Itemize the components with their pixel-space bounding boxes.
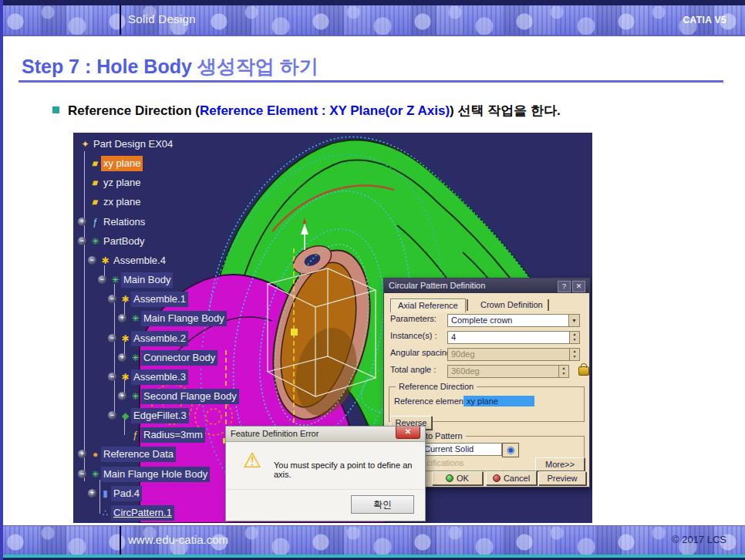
header-bar: Solid Design CATIA V5 bbox=[0, 5, 745, 36]
dialog-titlebar[interactable]: Circular Pattern Definition ? ✕ bbox=[384, 278, 589, 293]
tree-item-label: Assemble.3 bbox=[131, 369, 188, 385]
tree-item-partbody[interactable]: −✳PartBody bbox=[89, 234, 147, 249]
parameters-label: Parameters: bbox=[390, 314, 437, 323]
part-icon: ✦ bbox=[79, 137, 91, 152]
close-icon[interactable]: ✕ bbox=[572, 281, 585, 292]
collapse-icon[interactable]: − bbox=[108, 373, 116, 381]
tree-item-part-design-ex04[interactable]: ✦Part Design EX04 bbox=[79, 137, 175, 152]
tree-item-reference-data[interactable]: +●Reference Data bbox=[89, 447, 176, 462]
assemble-icon: ✱ bbox=[120, 292, 131, 307]
tree-item-label: Main Flange Body bbox=[141, 311, 227, 326]
parameters-select[interactable]: Complete crown▼ bbox=[447, 314, 580, 327]
lesson-title: Solid Design bbox=[128, 12, 196, 25]
parameters-value: Complete crown bbox=[451, 315, 512, 325]
cancel-button[interactable]: Cancel bbox=[486, 471, 537, 485]
total-angle-label: Total angle : bbox=[390, 365, 436, 374]
more-button[interactable]: More>> bbox=[535, 457, 585, 471]
tree-item-yz-plane[interactable]: ■yz plane bbox=[89, 175, 143, 191]
ok-icon bbox=[446, 474, 453, 482]
tree-item-label: xy plane bbox=[101, 156, 143, 171]
body-icon: ✳ bbox=[130, 389, 141, 404]
ok-label: OK bbox=[457, 474, 469, 483]
ok-button[interactable]: OK bbox=[432, 471, 483, 485]
expand-icon[interactable]: + bbox=[118, 314, 126, 322]
cancel-label: Cancel bbox=[504, 474, 530, 483]
body-icon: ✳ bbox=[89, 234, 101, 249]
keep-specifications-fragment: cifications bbox=[426, 458, 464, 467]
formula-icon: ƒ bbox=[130, 427, 141, 443]
tab-axial-reference[interactable]: Axial Reference bbox=[390, 299, 466, 312]
page-title-ko: 생성작업 하기 bbox=[197, 56, 319, 77]
total-angle-input: 360deg▲▼ bbox=[447, 365, 569, 378]
tree-item-xy-plane[interactable]: ■xy plane bbox=[89, 156, 143, 171]
tree-item-main-flange-body[interactable]: +✳Main Flange Body bbox=[130, 311, 227, 326]
footer-bar: www.edu-catia.com © 2017 LCS bbox=[0, 525, 745, 555]
spinner-icon[interactable]: ▲▼ bbox=[569, 332, 579, 343]
tree-item-assemble-1[interactable]: −✱Assemble.1 bbox=[120, 292, 188, 307]
catia-screenshot: ✦Part Design EX04■xy plane■yz plane■zx p… bbox=[73, 133, 592, 523]
tree-item-relations[interactable]: +ƒRelations bbox=[89, 214, 147, 230]
tab-crown-definition[interactable]: Crown Definition bbox=[474, 299, 550, 312]
expand-icon[interactable]: + bbox=[78, 218, 86, 226]
tree-item-assemble-3[interactable]: −✱Assemble.3 bbox=[120, 369, 188, 385]
bullet-post: ) 선택 작업을 한다. bbox=[450, 103, 561, 118]
website-link[interactable]: www.edu-catia.com bbox=[128, 533, 228, 546]
tree-item-label: Part Design EX04 bbox=[91, 137, 175, 152]
tree-item-circpattern-1[interactable]: ∴CircPattern.1 bbox=[99, 505, 174, 521]
footer-divider-line bbox=[120, 526, 121, 555]
tree-item-label: Main Body bbox=[121, 272, 173, 288]
spinner-icon: ▲▼ bbox=[569, 349, 579, 360]
tree-item-main-flange-hole-body[interactable]: −✳Main Flange Hole Body bbox=[89, 467, 210, 482]
left-border bbox=[0, 0, 3, 560]
tree-item-label: Main Flange Hole Body bbox=[101, 467, 210, 482]
expand-icon[interactable]: + bbox=[78, 450, 86, 458]
tree-item-label: Assemble.1 bbox=[131, 292, 188, 307]
collapse-icon[interactable]: − bbox=[98, 275, 106, 284]
tree-item-label: CircPattern.1 bbox=[111, 505, 174, 521]
confirm-button[interactable]: 확인 bbox=[351, 495, 414, 514]
tree-item-zx-plane[interactable]: ■zx plane bbox=[89, 194, 143, 210]
tree-item-assemble-2[interactable]: −✱Assemble.2 bbox=[120, 331, 188, 346]
instances-input[interactable]: 4▲▼ bbox=[447, 331, 580, 344]
reference-element-label: Reference element: bbox=[394, 396, 468, 406]
collapse-icon[interactable]: − bbox=[108, 295, 116, 303]
body-icon: ✳ bbox=[89, 467, 101, 482]
error-message: You must specify a point to define an ax… bbox=[274, 460, 425, 479]
tree-item-radius-3mm[interactable]: ƒRadius=3mm bbox=[130, 427, 205, 443]
help-button[interactable]: ? bbox=[558, 281, 571, 292]
tree-item-second-flange-body[interactable]: +✳Second Flange Body bbox=[130, 389, 239, 404]
lock-icon[interactable] bbox=[578, 366, 589, 376]
tree-item-connector-body[interactable]: +✳Connector Body bbox=[130, 350, 217, 366]
object-field[interactable]: Current Solid bbox=[420, 443, 502, 456]
dropdown-arrow-icon[interactable]: ▼ bbox=[568, 315, 579, 326]
collapse-icon[interactable]: − bbox=[78, 237, 86, 245]
tree-item-pad-4[interactable]: +▮Pad.4 bbox=[99, 486, 142, 501]
slide-page: Solid Design CATIA V5 Step 7 : Hole Body… bbox=[0, 0, 745, 560]
bullet-emphasis: Reference Element : XY Plane(or Z Axis) bbox=[200, 103, 450, 118]
tree-item-main-body[interactable]: −✳Main Body bbox=[110, 272, 173, 288]
instances-label: Instance(s) : bbox=[390, 331, 437, 340]
warning-icon: ⚠ bbox=[243, 448, 261, 473]
header-divider-line bbox=[120, 5, 121, 35]
collapse-icon[interactable]: − bbox=[78, 470, 86, 478]
close-icon[interactable]: ✕ bbox=[396, 427, 420, 439]
bullet-marker-icon bbox=[52, 106, 59, 113]
preview-button[interactable]: Preview bbox=[538, 471, 586, 485]
collapse-icon[interactable]: − bbox=[88, 256, 96, 265]
select-object-icon[interactable]: ◉ bbox=[502, 443, 519, 457]
body-icon: ✳ bbox=[130, 350, 141, 366]
error-titlebar[interactable]: Feature Definition Error ✕ bbox=[226, 427, 425, 442]
tree-item-assemble-4[interactable]: −✱Assemble.4 bbox=[99, 253, 168, 268]
fillet-icon: ◆ bbox=[120, 408, 131, 423]
relations-icon: ƒ bbox=[89, 214, 101, 230]
expand-icon[interactable]: + bbox=[118, 392, 126, 400]
expand-icon[interactable]: + bbox=[118, 353, 126, 362]
expand-icon[interactable]: + bbox=[88, 489, 96, 498]
tree-item-edgefillet-3[interactable]: −◆EdgeFillet.3 bbox=[120, 408, 189, 423]
collapse-icon[interactable]: − bbox=[108, 334, 116, 342]
tab-separator bbox=[467, 299, 468, 311]
collapse-icon[interactable]: − bbox=[108, 411, 116, 420]
page-title: Step 7 : Hole Body 생성작업 하기 bbox=[22, 54, 319, 79]
reference-element-field[interactable]: xy plane bbox=[464, 396, 534, 407]
copyright-label: © 2017 LCS bbox=[672, 534, 726, 545]
